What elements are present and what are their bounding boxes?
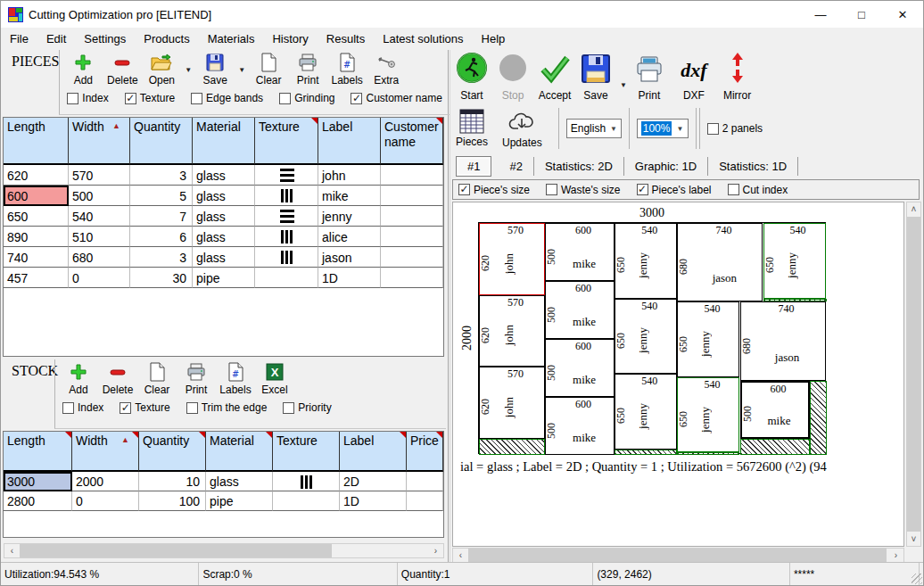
close-button[interactable]: ✕ [882,1,923,28]
tab-graphic-1d[interactable]: Graphic: 1D [624,157,708,176]
scrollbar-thumb[interactable] [468,549,887,562]
diagram-piece-jason[interactable]: 740680jason [677,223,763,301]
scroll-right-icon[interactable]: › [888,549,903,562]
checkbox-2-panels[interactable]: 2 panels [707,122,763,135]
checkbox-box-icon[interactable] [191,93,202,104]
menu-item-edit[interactable]: Edit [37,29,75,49]
delete-button[interactable]: Delete [102,362,134,396]
cell-material[interactable]: pipe [206,491,273,511]
scrollbar-thumb[interactable] [907,217,920,532]
cutting-sheet[interactable]: 570620john570620john570620john600500mike… [478,222,826,454]
cell-texture[interactable] [255,206,318,227]
checkbox-box-icon[interactable] [546,184,557,195]
checkbox-texture[interactable]: ✓Texture [120,401,169,414]
column-header-price[interactable]: Price [407,432,443,472]
cell-width[interactable]: 510 [69,227,130,247]
minimize-button[interactable]: — [800,1,841,28]
mirror-button[interactable]: Mirror [723,52,751,102]
cell-quantity[interactable]: 6 [130,227,193,247]
column-header-label[interactable]: Label [340,432,407,472]
checkbox-grinding[interactable]: Grinding [279,92,334,104]
menu-item-settings[interactable]: Settings [75,29,135,49]
cell-texture[interactable] [255,165,318,186]
cell-quantity[interactable]: 3 [130,247,193,268]
tab-statistics-1d[interactable]: Statistics: 1D [708,157,798,176]
cell-width[interactable]: 0 [72,491,139,511]
clear-button[interactable]: Clear [141,362,173,396]
cell-quantity[interactable]: 7 [130,206,193,227]
cell-width[interactable]: 0 [69,268,130,288]
column-header-material[interactable]: Material [193,118,255,165]
maximize-button[interactable]: □ [841,1,882,28]
column-header-quantity[interactable]: Quantity [139,432,206,472]
menu-item-materials[interactable]: Materials [199,29,264,49]
diagram-piece-jenny[interactable]: 540650jenny [677,301,739,377]
cell-quantity[interactable]: 10 [139,472,206,491]
checkbox-box-icon[interactable] [279,93,291,104]
checkbox-box-icon[interactable] [186,402,198,414]
checkbox-box-icon[interactable] [62,402,74,414]
cell-customer[interactable] [381,247,443,268]
cell-price[interactable] [407,472,443,491]
tab-2[interactable]: #2 [499,157,533,176]
menu-item-products[interactable]: Products [135,29,198,49]
cell-quantity[interactable]: 100 [139,491,206,511]
cell-width[interactable]: 540 [69,206,130,227]
zoom-select[interactable]: 100% ▼ [637,119,689,138]
add-button[interactable]: Add [67,53,99,87]
checkbox-box-icon[interactable] [728,184,739,195]
cell-customer[interactable] [381,186,443,206]
cell-material[interactable]: glass [193,247,255,268]
cell-length[interactable]: 457 [4,268,69,288]
cell-material[interactable]: glass [193,186,255,206]
checkbox-texture[interactable]: ✓Texture [125,92,175,104]
cell-material[interactable]: glass [206,472,273,491]
checkbox-box-icon[interactable] [283,402,294,414]
cell-customer[interactable] [381,227,443,247]
diagram-piece-mike[interactable]: 600500mike [545,339,615,397]
checkbox-box-icon[interactable] [707,123,719,135]
dropdown-caret-icon[interactable]: ▼ [238,66,245,74]
labels-button[interactable]: #Labels [219,362,252,396]
cell-customer[interactable] [381,268,443,288]
checkbox-box-icon[interactable]: ✓ [458,184,470,195]
cell-quantity[interactable]: 30 [130,268,193,288]
cell-texture[interactable] [255,186,318,206]
cell-length[interactable]: 890 [4,227,69,247]
accept-button[interactable]: Accept [538,54,572,102]
cell-length[interactable]: 3000 [4,472,72,491]
scroll-down-icon[interactable]: ˅ [906,532,921,546]
cell-label[interactable]: mike [318,186,381,206]
cell-material[interactable]: glass [193,227,255,247]
right-vertical-scrollbar[interactable]: ˄ ˅ [906,202,921,547]
dropdown-caret-icon[interactable]: ▼ [620,81,627,89]
checkbox-box-icon[interactable]: ✓ [637,184,648,195]
table-row[interactable]: 6505407glassjenny [4,206,443,227]
column-header-quantity[interactable]: Quantity [130,118,193,165]
save-button[interactable]: Save [581,54,611,102]
checkbox-cut-index[interactable]: Cut index [728,184,788,196]
diagram-piece-mike[interactable]: 600500mike [740,381,810,439]
cell-customer[interactable] [381,206,443,227]
cell-width[interactable]: 2000 [72,472,139,491]
print-button[interactable]: Print [292,53,324,87]
cell-texture[interactable] [273,472,340,491]
cell-texture[interactable] [273,491,340,511]
checkbox-box-icon[interactable]: ✓ [125,93,136,104]
cell-material[interactable]: glass [193,165,255,186]
delete-button[interactable]: Delete [106,53,138,87]
cell-texture[interactable] [255,247,318,268]
table-row[interactable]: 7406803glassjason [4,247,443,268]
cell-label[interactable]: 2D [340,472,407,491]
resize-grip-icon[interactable] [912,574,922,584]
save-button[interactable]: Save [199,53,231,87]
scrollbar-thumb[interactable] [20,544,332,557]
cell-price[interactable] [407,491,443,511]
checkbox-piece-s-label[interactable]: ✓Piece's label [637,184,712,196]
chevron-down-icon[interactable]: ▼ [606,125,622,133]
language-select[interactable]: English ▼ [566,119,622,138]
cell-texture[interactable] [255,227,318,247]
cell-customer[interactable] [381,165,443,186]
column-header-texture[interactable]: Texture [273,432,340,472]
left-horizontal-scrollbar[interactable]: ‹ › [4,543,444,558]
